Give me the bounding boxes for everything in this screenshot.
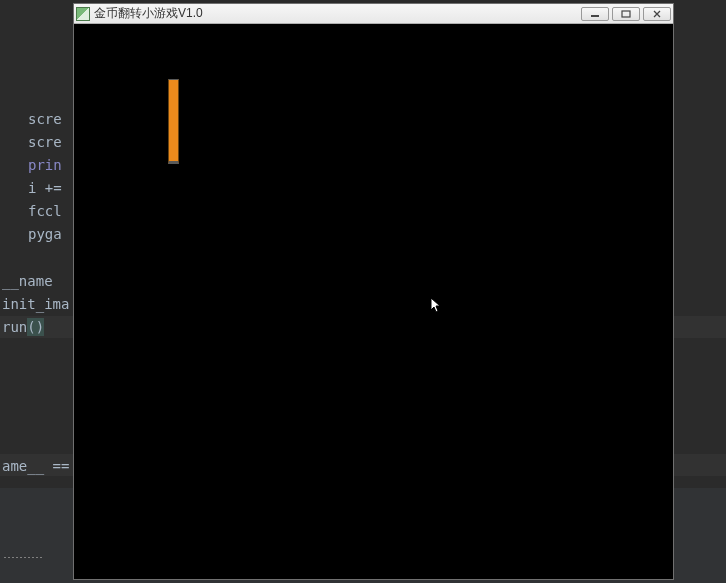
code-text: __name bbox=[2, 273, 53, 289]
window-controls bbox=[581, 7, 671, 21]
code-line: __name bbox=[2, 270, 69, 293]
close-button[interactable] bbox=[643, 7, 671, 21]
code-text: i += bbox=[28, 180, 62, 196]
maximize-button[interactable] bbox=[612, 7, 640, 21]
code-text: run bbox=[2, 319, 27, 335]
code-paren: () bbox=[27, 318, 44, 336]
code-text: fccl bbox=[28, 203, 62, 219]
minimize-button[interactable] bbox=[581, 7, 609, 21]
code-text: scre bbox=[28, 111, 62, 127]
pygame-icon bbox=[76, 7, 90, 21]
window-title: 金币翻转小游戏V1.0 bbox=[94, 5, 581, 22]
close-icon bbox=[652, 10, 662, 18]
coin-sprite bbox=[168, 79, 179, 164]
minimize-icon bbox=[590, 10, 600, 18]
code-line: init_ima bbox=[2, 293, 69, 316]
code-text: init_ima bbox=[2, 296, 69, 312]
window-titlebar[interactable]: 金币翻转小游戏V1.0 bbox=[74, 4, 673, 24]
maximize-icon bbox=[621, 10, 631, 18]
syntax-underline bbox=[4, 557, 42, 558]
game-canvas[interactable] bbox=[74, 24, 673, 579]
code-line: run() bbox=[2, 316, 69, 339]
code-lower-area: __name init_ima run() bbox=[2, 270, 69, 339]
pygame-window: 金币翻转小游戏V1.0 bbox=[73, 3, 674, 580]
code-text: pyga bbox=[28, 226, 62, 242]
svg-rect-1 bbox=[622, 11, 630, 17]
svg-rect-0 bbox=[591, 15, 599, 17]
code-text: prin bbox=[28, 157, 62, 173]
code-text: scre bbox=[28, 134, 62, 150]
